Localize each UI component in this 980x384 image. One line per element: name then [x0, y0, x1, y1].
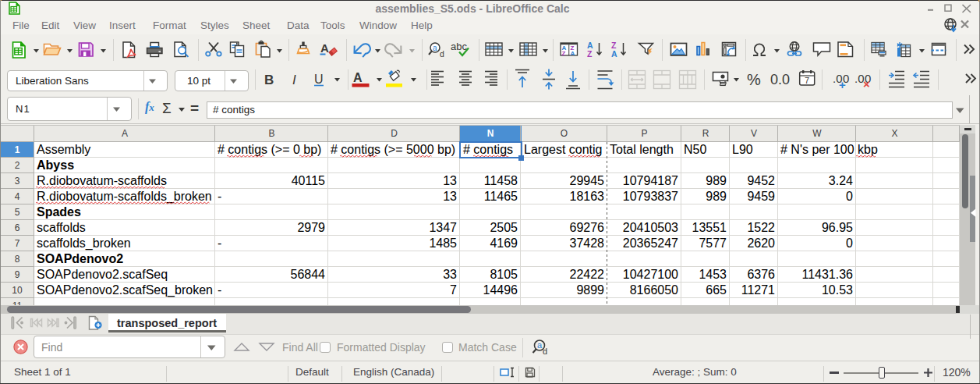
- svg-text:+: +: [839, 78, 846, 91]
- svg-text:abc: abc: [451, 41, 467, 52]
- svg-text:A: A: [320, 41, 329, 55]
- svg-text:I: I: [292, 73, 296, 87]
- svg-text:d: d: [543, 347, 547, 356]
- svg-text:A: A: [611, 49, 617, 59]
- svg-text:%: %: [747, 71, 761, 88]
- svg-text:U: U: [314, 73, 324, 86]
- svg-text:×: ×: [863, 77, 870, 91]
- svg-text:d: d: [440, 49, 444, 59]
- svg-text:Z: Z: [562, 50, 566, 57]
- svg-text:0.0: 0.0: [770, 72, 790, 87]
- svg-text:B: B: [264, 73, 274, 87]
- svg-text:a: a: [537, 340, 543, 350]
- svg-text:a: a: [433, 44, 437, 52]
- svg-text:7: 7: [805, 76, 809, 85]
- svg-text:Z: Z: [587, 49, 593, 59]
- svg-text:A: A: [353, 71, 363, 84]
- svg-text:A: A: [571, 50, 575, 57]
